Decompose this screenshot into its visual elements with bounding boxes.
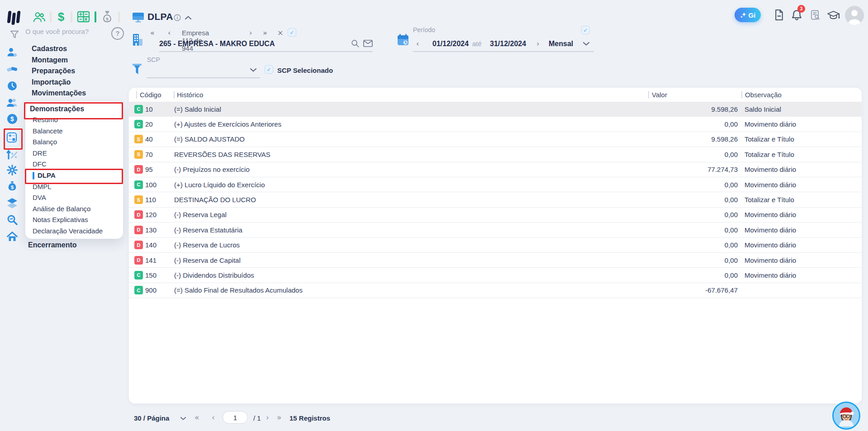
period-prev-button[interactable]: ‹: [416, 40, 419, 48]
pagination-first-button[interactable]: «: [194, 414, 199, 422]
chart-up-icon[interactable]: [6, 148, 18, 160]
column-header-observacao[interactable]: Observação: [745, 88, 782, 102]
table-row[interactable]: D95(-) Prejuízos no exercício77.274,73Mo…: [129, 162, 862, 177]
row-type-badge: D: [134, 256, 143, 265]
table-row[interactable]: C150(-) Dividendos Distribuídos0,00Movim…: [129, 268, 862, 283]
row-valor: 0,00: [649, 196, 741, 204]
gi-assistant-button[interactable]: Gi: [735, 8, 761, 22]
submenu-item-dlpa[interactable]: DLPA: [25, 170, 123, 181]
column-header-valor[interactable]: Valor: [652, 88, 667, 102]
table-row[interactable]: C900(=) Saldo Final de Resultados Acumul…: [129, 283, 862, 298]
dollar-circle-icon[interactable]: $: [6, 113, 18, 125]
period-checkbox[interactable]: ✓: [581, 26, 590, 34]
help-icon[interactable]: ?: [111, 27, 124, 40]
column-header-codigo[interactable]: Código: [140, 88, 161, 102]
table-row[interactable]: D120(-) Reserva Legal0,00Movimento diári…: [129, 208, 862, 223]
company-name[interactable]: 265 - EMPRESA - MAKRO EDUCA: [159, 40, 275, 48]
submenu-item-notas-explicativas[interactable]: Notas Explicativas: [25, 214, 123, 226]
app-logo[interactable]: [6, 9, 22, 27]
company-search-icon[interactable]: [351, 39, 360, 48]
page-number-input[interactable]: [223, 411, 248, 424]
table-row[interactable]: D140(-) Reserva de Lucros0,00Movimento d…: [129, 238, 862, 253]
submenu-item-balancete[interactable]: Balancete: [25, 126, 123, 137]
row-valor: 0,00: [649, 226, 741, 234]
period-next-button[interactable]: ›: [536, 40, 539, 48]
chevron-down-icon[interactable]: [250, 68, 257, 72]
table-row[interactable]: C100(+) Lucro Líquido do Exercício0,00Mo…: [129, 177, 862, 192]
submenu-item-resumo[interactable]: Resumo: [25, 114, 123, 126]
handshake-icon[interactable]: [6, 63, 18, 75]
page-size-select[interactable]: 30 / Página: [134, 414, 169, 422]
user-settings-icon[interactable]: [6, 47, 18, 58]
chevron-up-icon[interactable]: [185, 15, 192, 20]
company-next-button[interactable]: ›: [249, 29, 252, 37]
table-row[interactable]: S110DESTINAÇÃO DO LUCRO0,00Totalizar e T…: [129, 192, 862, 207]
table-row[interactable]: C10(=) Saldo Inicial9.598,26Saldo Inicia…: [129, 102, 862, 117]
chevron-down-icon[interactable]: [180, 417, 186, 421]
row-valor: 9.598,26: [649, 135, 741, 143]
clock-icon[interactable]: [6, 80, 18, 92]
period-start-date[interactable]: 01/12/2024: [432, 40, 469, 48]
calendar-icon: [397, 33, 409, 46]
pagination-prev-button[interactable]: ‹: [212, 414, 215, 422]
column-header-historico[interactable]: Histórico: [177, 88, 203, 102]
chevron-down-icon[interactable]: [583, 42, 590, 46]
currency-dollar-icon[interactable]: $: [56, 10, 66, 24]
graduation-cap-icon[interactable]: [827, 9, 840, 21]
module-separator: [50, 11, 52, 23]
user-avatar[interactable]: [845, 6, 864, 25]
sidebar-item-5[interactable]: Movimentações: [32, 90, 86, 97]
home-icon[interactable]: [6, 231, 18, 242]
search-input[interactable]: [24, 27, 99, 36]
sidebar-item-demonstracoes[interactable]: Demonstrações: [25, 103, 123, 114]
company-underline: [159, 51, 373, 52]
sidebar-item-2[interactable]: Montagem: [32, 57, 86, 64]
document-icon[interactable]: [773, 9, 785, 21]
envelope-icon[interactable]: [363, 40, 373, 47]
submenu-item-dmpl[interactable]: DMPL: [25, 181, 123, 193]
company-first-button[interactable]: «: [150, 29, 155, 37]
row-codigo: 140: [145, 241, 174, 249]
table-row[interactable]: D130(-) Reserva Estatutária0,00Movimento…: [129, 223, 862, 237]
layers-icon[interactable]: [6, 197, 18, 209]
sidebar-item-4[interactable]: Importação: [32, 79, 86, 86]
assistant-avatar[interactable]: [832, 402, 860, 430]
company-checkbox[interactable]: ✓: [288, 28, 296, 37]
money-bag-outline-icon[interactable]: $: [101, 10, 114, 24]
sidebar-item-1[interactable]: Cadastros: [32, 45, 86, 53]
submenu-item-dva[interactable]: DVA: [25, 192, 123, 204]
submenu-item-dfc[interactable]: DFC: [25, 159, 123, 170]
search-analysis-icon[interactable]: [6, 214, 18, 226]
users-outline-icon[interactable]: [33, 11, 45, 23]
table-row[interactable]: S40(=) SALDO AJUSTADO9.598,26Totalizar e…: [129, 132, 862, 147]
audit-log-icon[interactable]: [811, 10, 821, 21]
company-clear-button[interactable]: ×: [277, 29, 283, 37]
scp-selected-checkbox[interactable]: ✓: [265, 65, 273, 74]
users-icon[interactable]: [6, 97, 18, 109]
sidebar-item-3[interactable]: Preparações: [32, 67, 86, 75]
row-type-badge: D: [134, 226, 143, 234]
company-last-button[interactable]: »: [263, 29, 267, 37]
table-row[interactable]: S70REVERSÕES DAS RESERVAS0,00Totalizar e…: [129, 147, 862, 162]
pagination-next-button[interactable]: ›: [266, 414, 269, 422]
row-observacao: Movimento diário: [741, 241, 862, 249]
sidebar-item-encerramento[interactable]: Encerramento: [28, 241, 77, 249]
table-row[interactable]: C20(+) Ajustes de Exercícios Anteriores0…: [129, 117, 862, 132]
period-mode-select[interactable]: Mensal: [549, 40, 573, 48]
table-row[interactable]: D141(-) Reserva de Capital0,00Movimento …: [129, 253, 862, 268]
company-prev-button[interactable]: ‹: [168, 29, 171, 37]
info-icon[interactable]: [174, 14, 181, 21]
row-codigo: 20: [145, 120, 174, 128]
submenu-item-balan-o[interactable]: Balanço: [25, 137, 123, 148]
search-filter-icon[interactable]: [10, 30, 19, 39]
pagination-last-button[interactable]: »: [277, 414, 281, 422]
ledger-grid-icon[interactable]: [77, 10, 90, 23]
calculator-icon[interactable]: [6, 132, 18, 144]
submenu-item-label: DFC: [33, 159, 47, 170]
submenu-item-an-lise-de-balan-o[interactable]: Análise de Balanço: [25, 204, 123, 215]
settings-icon[interactable]: [6, 164, 18, 176]
period-end-date[interactable]: 31/12/2024: [490, 40, 526, 48]
money-bag-icon[interactable]: $: [6, 180, 18, 192]
submenu-item-dre[interactable]: DRE: [25, 148, 123, 159]
submenu-item-declara-o-veracidade[interactable]: Declaração Veracidade: [25, 226, 123, 237]
